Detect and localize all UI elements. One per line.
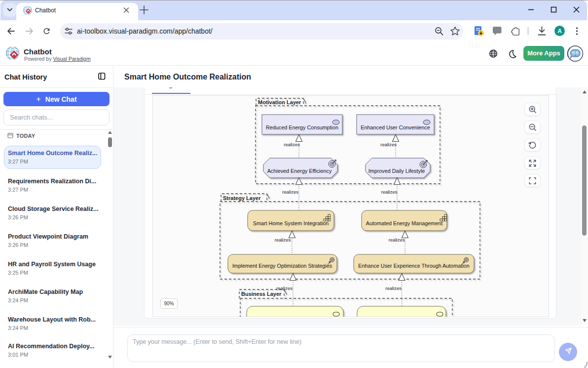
svg-text:realizes: realizes <box>275 237 291 243</box>
svg-text:Business Layer: Business Layer <box>241 291 282 297</box>
svg-text:Enhance User Experience Throug: Enhance User Experience Through Automati… <box>358 263 469 269</box>
svg-text:Improved Daily Lifestyle: Improved Daily Lifestyle <box>368 168 425 174</box>
svg-text:realizes: realizes <box>380 142 397 147</box>
svg-text:realizes: realizes <box>284 142 300 147</box>
svg-text:Achieved Energy Efficiency: Achieved Energy Efficiency <box>267 168 332 174</box>
svg-text:Motivation Layer: Motivation Layer <box>258 99 301 105</box>
svg-text:A: A <box>557 28 562 35</box>
svg-text:Implement Energy Optimization: Implement Energy Optimization Strategies <box>232 263 332 269</box>
svg-text:realizes: realizes <box>282 189 298 195</box>
svg-text:Smart Home System Integration: Smart Home System Integration <box>253 220 329 226</box>
svg-text:realizes: realizes <box>276 286 293 291</box>
svg-text:realizes: realizes <box>381 189 398 195</box>
svg-text:Automated Energy Management: Automated Energy Management <box>366 220 442 226</box>
svg-text:realizes: realizes <box>389 237 405 243</box>
svg-text:Enhanced User Convenience: Enhanced User Convenience <box>361 124 430 130</box>
svg-text:realizes: realizes <box>385 286 402 291</box>
svg-text:Strategy Layer: Strategy Layer <box>223 195 261 201</box>
svg-text:Reduced Energy Consumption: Reduced Energy Consumption <box>266 124 338 130</box>
